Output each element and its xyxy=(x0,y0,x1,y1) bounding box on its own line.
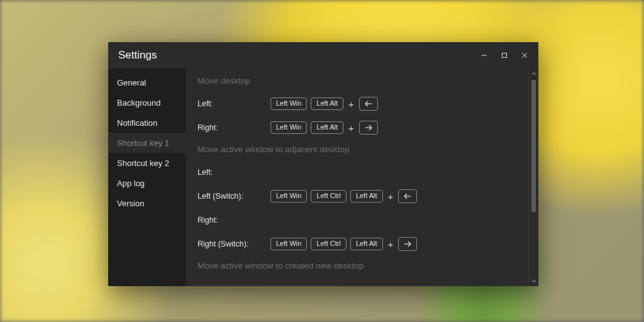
sidebar-item-label: Notification xyxy=(117,118,157,128)
keycap[interactable]: Left Alt xyxy=(350,238,383,250)
minimize-button[interactable] xyxy=(474,46,494,65)
content-panel: Move desktop Left: Left Win Left Alt + R… xyxy=(186,69,528,286)
sidebar-item-general[interactable]: General xyxy=(108,72,186,92)
arrow-right-icon xyxy=(364,125,373,131)
svg-rect-1 xyxy=(502,53,507,58)
scrollbar-down-button[interactable] xyxy=(529,276,538,286)
key-cluster: Left Win Left Alt + xyxy=(270,121,378,135)
section-heading-move-active-adjacent: Move active window to adjacent desktop xyxy=(197,140,523,160)
sidebar-item-label: App log xyxy=(117,179,145,188)
sidebar-item-app-log[interactable]: App log xyxy=(108,173,186,193)
row-label: Left (Switch): xyxy=(197,192,270,201)
row-move-active-left: Left: xyxy=(197,160,523,184)
arrow-left-icon xyxy=(364,101,373,107)
keycap[interactable]: Left Win xyxy=(270,190,307,203)
title-bar[interactable]: Settings xyxy=(108,42,538,69)
keycap-arrow-left[interactable] xyxy=(398,189,417,203)
row-label: Left: xyxy=(197,99,270,108)
sidebar-item-version[interactable]: Version xyxy=(108,193,186,213)
row-label: Right: xyxy=(197,123,270,132)
window-title: Settings xyxy=(118,49,157,62)
keycap[interactable]: Left Win xyxy=(270,238,307,250)
settings-window: Settings General Background Notification… xyxy=(108,42,538,286)
plus-icon: + xyxy=(387,240,395,249)
arrow-left-icon xyxy=(403,193,412,199)
row-move-desktop-left: Left: Left Win Left Alt + xyxy=(197,92,523,116)
sidebar-item-notification[interactable]: Notification xyxy=(108,113,186,133)
keycap[interactable]: Left Alt xyxy=(311,97,343,110)
key-cluster: Left Win Left Alt + xyxy=(270,97,378,111)
keycap[interactable]: Left Win xyxy=(270,97,307,110)
close-button[interactable] xyxy=(514,46,535,65)
key-cluster: Left Win Left Ctrl Left Alt + xyxy=(270,189,417,203)
close-icon xyxy=(521,52,528,58)
plus-icon: + xyxy=(387,192,395,201)
keycap-arrow-left[interactable] xyxy=(359,97,378,111)
keycap-arrow-right[interactable] xyxy=(398,237,417,251)
content-wrap: Move desktop Left: Left Win Left Alt + R… xyxy=(186,69,538,286)
scrollbar-up-button[interactable] xyxy=(529,69,538,79)
maximize-button[interactable] xyxy=(494,46,514,65)
chevron-down-icon xyxy=(531,279,536,283)
plus-icon: + xyxy=(347,123,355,133)
keycap[interactable]: Left Ctrl xyxy=(311,190,347,203)
row-move-desktop-right: Right: Left Win Left Alt + xyxy=(197,116,523,140)
sidebar-item-label: Version xyxy=(117,199,144,208)
sidebar-item-shortcut-key-1[interactable]: Shortcut key 1 xyxy=(108,133,186,153)
maximize-icon xyxy=(501,52,508,58)
row-move-active-right-switch: Right (Switch): Left Win Left Ctrl Left … xyxy=(197,232,523,256)
keycap[interactable]: Left Ctrl xyxy=(311,238,347,250)
vertical-scrollbar[interactable] xyxy=(528,69,538,286)
arrow-right-icon xyxy=(403,241,412,247)
chevron-up-icon xyxy=(531,72,536,75)
sidebar-item-label: Shortcut key 1 xyxy=(117,138,169,148)
sidebar-item-label: Shortcut key 2 xyxy=(117,158,169,168)
row-label: Left: xyxy=(197,168,270,177)
window-body: General Background Notification Shortcut… xyxy=(108,69,538,286)
keycap-arrow-right[interactable] xyxy=(359,121,378,135)
row-label: Right: xyxy=(197,216,270,225)
keycap[interactable]: Left Alt xyxy=(311,121,343,134)
sidebar-item-shortcut-key-2[interactable]: Shortcut key 2 xyxy=(108,153,186,173)
row-label: Right (Switch): xyxy=(197,240,270,248)
key-cluster: Left Win Left Ctrl Left Alt + xyxy=(270,237,417,251)
section-heading-move-desktop: Move desktop xyxy=(197,71,523,92)
sidebar-item-label: General xyxy=(117,78,146,87)
keycap[interactable]: Left Alt xyxy=(350,190,383,203)
sidebar-item-background[interactable]: Background xyxy=(108,92,186,113)
sidebar-item-label: Background xyxy=(117,98,160,108)
sidebar: General Background Notification Shortcut… xyxy=(108,69,186,286)
row-move-active-left-switch: Left (Switch): Left Win Left Ctrl Left A… xyxy=(197,184,523,208)
window-controls xyxy=(474,46,535,65)
scrollbar-thumb[interactable] xyxy=(531,80,536,212)
minimize-icon xyxy=(481,52,487,58)
section-heading-move-active-new: Move active window to created new deskto… xyxy=(197,256,523,277)
plus-icon: + xyxy=(347,99,355,109)
keycap[interactable]: Left Win xyxy=(270,121,307,134)
row-move-active-right: Right: xyxy=(197,208,523,232)
